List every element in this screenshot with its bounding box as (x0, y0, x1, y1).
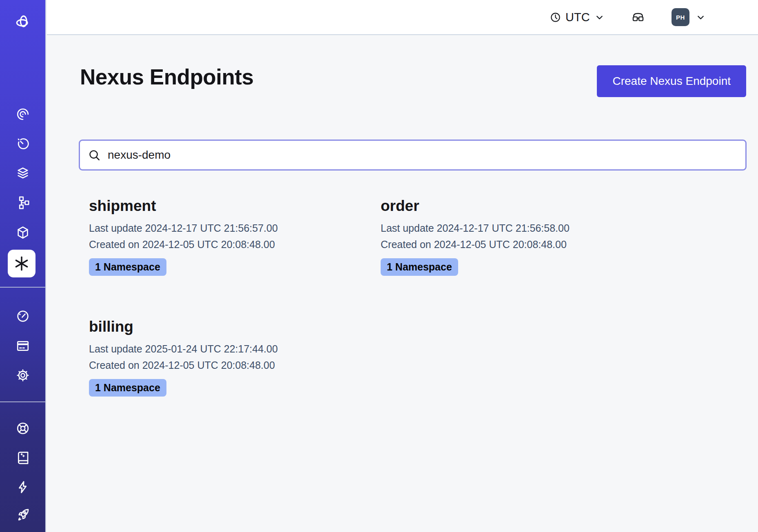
create-nexus-endpoint-button[interactable]: Create Nexus Endpoint (597, 65, 746, 97)
sidebar-divider (0, 401, 46, 402)
schedules-icon[interactable] (16, 136, 30, 151)
glasses-icon (632, 11, 645, 24)
account-menu-toggle[interactable] (696, 0, 706, 34)
namespace-badge: 1 Namespace (89, 379, 166, 397)
sidebar-divider (0, 287, 46, 288)
namespace-badge: 1 Namespace (381, 258, 458, 276)
endpoint-card[interactable]: order Last update 2024-12-17 UTC 21:56:5… (381, 197, 672, 276)
endpoint-created-on: Created on 2024-12-05 UTC 20:08:48.00 (381, 236, 672, 253)
search-input[interactable] (107, 148, 737, 162)
temporal-logo[interactable] (16, 15, 30, 29)
endpoint-created-on: Created on 2024-12-05 UTC 20:08:48.00 (89, 236, 381, 253)
main-content: Nexus Endpoints Create Nexus Endpoint sh… (47, 35, 758, 532)
workflows-icon[interactable] (16, 107, 30, 122)
endpoint-last-update: Last update 2024-12-17 UTC 21:56:57.00 (89, 220, 381, 236)
endpoint-card[interactable]: shipment Last update 2024-12-17 UTC 21:5… (89, 197, 381, 276)
getting-started-rocket-icon[interactable] (16, 508, 30, 522)
endpoint-name[interactable]: billing (89, 318, 381, 335)
endpoint-name[interactable]: shipment (89, 197, 381, 215)
settings-gear-icon[interactable] (16, 368, 30, 383)
endpoint-list: shipment Last update 2024-12-17 UTC 21:5… (89, 197, 672, 397)
endpoint-last-update: Last update 2024-12-17 UTC 21:56:58.00 (381, 220, 672, 236)
namespace-badge: 1 Namespace (89, 258, 166, 276)
deployments-icon[interactable] (16, 195, 30, 210)
chevron-down-icon (594, 12, 605, 22)
search-bar[interactable] (79, 140, 747, 171)
endpoint-card[interactable]: billing Last update 2025-01-24 UTC 22:17… (89, 318, 381, 397)
clock-icon (550, 12, 561, 23)
search-icon (88, 149, 101, 162)
billing-card-icon[interactable] (16, 339, 30, 353)
sidebar (0, 0, 46, 532)
namespaces-icon[interactable] (16, 166, 30, 180)
timezone-label: UTC (565, 11, 590, 24)
labs-toggle[interactable] (632, 0, 645, 34)
usage-gauge-icon[interactable] (16, 309, 30, 324)
docs-book-icon[interactable] (16, 450, 30, 465)
avatar[interactable]: PH (672, 8, 689, 26)
endpoint-name[interactable]: order (381, 197, 672, 215)
nexus-nav-item-active[interactable] (8, 250, 35, 277)
support-lifebuoy-icon[interactable] (16, 421, 30, 436)
endpoint-created-on: Created on 2024-12-05 UTC 20:08:48.00 (89, 357, 381, 373)
page-title: Nexus Endpoints (80, 64, 253, 89)
timezone-selector[interactable]: UTC (550, 0, 605, 34)
top-bar: UTC PH (47, 0, 758, 35)
endpoint-last-update: Last update 2025-01-24 UTC 22:17:44.00 (89, 341, 381, 357)
nexus-asterisk-icon (13, 255, 30, 272)
batch-operations-icon[interactable] (16, 225, 30, 240)
whats-new-lightning-icon[interactable] (16, 480, 30, 494)
chevron-down-icon (696, 12, 706, 22)
